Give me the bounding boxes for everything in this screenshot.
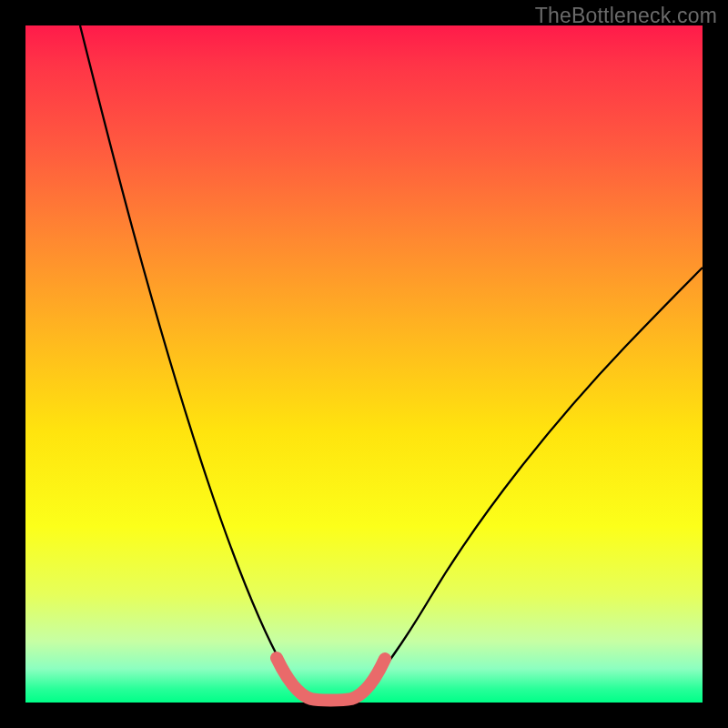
chart-svg <box>25 25 703 703</box>
watermark-text: TheBottleneck.com <box>535 4 717 28</box>
chart-plot-area <box>25 25 703 703</box>
bottleneck-curve <box>80 25 703 701</box>
highlight-valley <box>277 658 385 701</box>
chart-frame: TheBottleneck.com <box>0 0 728 728</box>
